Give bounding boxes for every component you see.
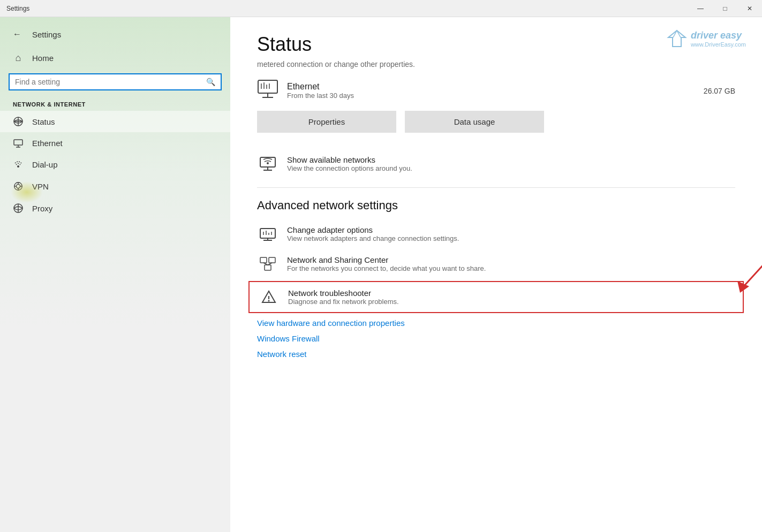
sidebar-item-home[interactable]: ⌂ Home bbox=[0, 47, 230, 69]
titlebar-controls: — □ ✕ bbox=[688, 0, 762, 17]
sidebar-item-dialup[interactable]: Dial-up bbox=[0, 154, 230, 175]
sidebar-item-proxy[interactable]: Proxy bbox=[0, 197, 230, 219]
data-usage-button[interactable]: Data usage bbox=[405, 111, 544, 133]
titlebar: Settings — □ ✕ bbox=[0, 0, 762, 17]
svg-rect-34 bbox=[269, 257, 275, 263]
ethernet-main-icon bbox=[257, 79, 278, 102]
sidebar-label-vpn: VPN bbox=[32, 182, 49, 191]
adapter-desc: View network adapters and change connect… bbox=[287, 234, 459, 242]
proxy-icon bbox=[13, 203, 24, 214]
sidebar-item-status[interactable]: Status bbox=[0, 111, 230, 132]
svg-line-40 bbox=[743, 229, 762, 287]
watermark-icon bbox=[665, 28, 686, 49]
sidebar-item-vpn[interactable]: VPN bbox=[0, 175, 230, 197]
page-title: Status bbox=[257, 33, 735, 56]
svg-marker-41 bbox=[737, 281, 749, 293]
svg-rect-3 bbox=[14, 140, 22, 145]
ethernet-info: Ethernet From the last 30 days bbox=[287, 82, 695, 100]
titlebar-title: Settings bbox=[6, 5, 29, 12]
sharing-center-text: Network and Sharing Center For the netwo… bbox=[287, 255, 486, 272]
ethernet-usage: 26.07 GB bbox=[704, 87, 735, 95]
minimize-button[interactable]: — bbox=[688, 0, 713, 17]
status-icon bbox=[13, 116, 24, 127]
troubleshooter-desc: Diagnose and fix network problems. bbox=[288, 298, 399, 306]
advanced-section-title: Advanced network settings bbox=[257, 199, 735, 212]
svg-point-25 bbox=[267, 162, 269, 164]
adapter-title: Change adapter options bbox=[287, 225, 459, 234]
network-reset-link[interactable]: Network reset bbox=[257, 346, 735, 362]
close-button[interactable]: ✕ bbox=[737, 0, 762, 17]
adapter-icon bbox=[257, 226, 278, 241]
svg-point-39 bbox=[268, 300, 270, 302]
content-area: driver easy www.DriverEasy.com Status me… bbox=[230, 17, 762, 532]
svg-rect-26 bbox=[260, 229, 275, 238]
adapter-options-text: Change adapter options View network adap… bbox=[287, 225, 459, 242]
svg-rect-35 bbox=[265, 265, 271, 270]
sharing-center-icon bbox=[257, 256, 278, 271]
search-input[interactable] bbox=[15, 78, 206, 86]
troubleshooter-icon bbox=[258, 290, 280, 305]
sharing-center-option[interactable]: Network and Sharing Center For the netwo… bbox=[257, 249, 735, 279]
maximize-button[interactable]: □ bbox=[713, 0, 737, 17]
sidebar-nav-top: ← Settings bbox=[0, 21, 230, 47]
show-networks-title: Show available networks bbox=[287, 155, 412, 164]
windows-firewall-link[interactable]: Windows Firewall bbox=[257, 331, 735, 346]
troubleshooter-title: Network troubleshooter bbox=[288, 288, 399, 298]
vpn-icon bbox=[13, 180, 24, 192]
subtitle-text: metered connection or change other prope… bbox=[257, 60, 735, 69]
dialup-icon bbox=[13, 159, 24, 170]
show-networks-option[interactable]: Show available networks View the connect… bbox=[257, 149, 735, 179]
ethernet-name: Ethernet bbox=[287, 82, 695, 92]
buttons-row: Properties Data usage bbox=[257, 111, 735, 133]
home-icon: ⌂ bbox=[13, 52, 24, 64]
troubleshooter-text: Network troubleshooter Diagnose and fix … bbox=[288, 288, 399, 306]
divider-1 bbox=[257, 187, 735, 188]
sidebar-section-title: Network & Internet bbox=[0, 95, 230, 111]
settings-app-title: Settings bbox=[32, 30, 61, 39]
sidebar-label-ethernet: Ethernet bbox=[32, 139, 63, 148]
sidebar-label-status: Status bbox=[32, 117, 55, 126]
ethernet-nav-icon bbox=[13, 138, 24, 148]
watermark-brand: driver easy bbox=[691, 30, 746, 41]
show-networks-icon bbox=[257, 156, 278, 171]
ethernet-row: Ethernet From the last 30 days 26.07 GB bbox=[257, 79, 735, 102]
watermark-url: www.DriverEasy.com bbox=[691, 41, 746, 48]
home-label: Home bbox=[32, 54, 54, 63]
search-box[interactable]: 🔍 bbox=[9, 73, 222, 90]
app-container: ← Settings ⌂ Home 🔍 Network & Internet bbox=[0, 17, 762, 532]
sidebar-label-dialup: Dial-up bbox=[32, 160, 58, 169]
sidebar-item-ethernet[interactable]: Ethernet bbox=[0, 132, 230, 154]
sharing-center-title: Network and Sharing Center bbox=[287, 255, 486, 264]
watermark-text: driver easy www.DriverEasy.com bbox=[691, 30, 746, 48]
ethernet-subtitle: From the last 30 days bbox=[287, 92, 695, 100]
back-button[interactable]: ← bbox=[9, 26, 26, 43]
view-hardware-link[interactable]: View hardware and connection properties bbox=[257, 315, 735, 331]
sharing-center-desc: For the networks you connect to, decide … bbox=[287, 264, 486, 272]
adapter-options[interactable]: Change adapter options View network adap… bbox=[257, 219, 735, 249]
svg-point-8 bbox=[16, 184, 20, 188]
show-networks-desc: View the connection options around you. bbox=[287, 164, 412, 172]
svg-rect-33 bbox=[260, 257, 267, 263]
sidebar-label-proxy: Proxy bbox=[32, 204, 52, 213]
sidebar: ← Settings ⌂ Home 🔍 Network & Internet bbox=[0, 17, 230, 532]
troubleshooter-option[interactable]: Network troubleshooter Diagnose and fix … bbox=[248, 281, 744, 313]
properties-button[interactable]: Properties bbox=[257, 111, 396, 133]
svg-point-6 bbox=[17, 165, 19, 168]
watermark: driver easy www.DriverEasy.com bbox=[665, 28, 746, 49]
show-networks-text: Show available networks View the connect… bbox=[287, 155, 412, 172]
search-icon: 🔍 bbox=[206, 78, 215, 86]
